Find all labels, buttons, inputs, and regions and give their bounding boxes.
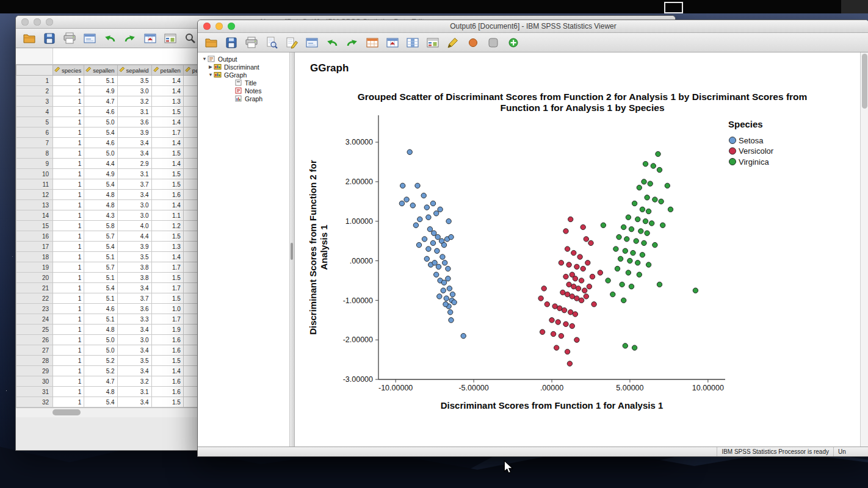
row-number[interactable]: 24: [16, 314, 53, 325]
vertical-scrollbar[interactable]: [860, 52, 868, 447]
data-cell[interactable]: 3.4: [117, 397, 151, 407]
data-cell[interactable]: 1.7: [151, 262, 183, 273]
row-number[interactable]: 32: [16, 397, 53, 407]
data-cell[interactable]: 1: [53, 190, 84, 200]
data-cell[interactable]: 3.4: [117, 190, 151, 200]
data-cell[interactable]: 1.1: [151, 210, 183, 221]
goto-case-icon[interactable]: [385, 36, 400, 49]
row-number[interactable]: 7: [16, 138, 53, 148]
data-cell[interactable]: 1.4: [151, 117, 183, 127]
data-cell[interactable]: 1.6: [151, 387, 183, 397]
data-cell[interactable]: 3.7: [117, 293, 151, 304]
goto-variables-icon[interactable]: [405, 36, 420, 49]
show-all-icon[interactable]: [506, 36, 521, 49]
data-cell[interactable]: 1: [53, 252, 84, 262]
scrollbar-thumb[interactable]: [52, 409, 81, 415]
row-number[interactable]: 28: [16, 356, 53, 366]
data-cell[interactable]: 3.5: [117, 76, 151, 86]
data-cell[interactable]: 1.5: [151, 148, 183, 159]
data-cell[interactable]: 5.2: [84, 366, 117, 376]
print-icon[interactable]: [244, 36, 259, 49]
data-cell[interactable]: 3.4: [117, 345, 151, 356]
scrollbar-thumb[interactable]: [862, 54, 867, 109]
designate-window-icon[interactable]: [486, 36, 501, 49]
pane-splitter[interactable]: [290, 52, 295, 447]
viewer-titlebar[interactable]: Output6 [Document6] - IBM SPSS Statistic…: [198, 20, 868, 33]
data-cell[interactable]: 1: [53, 221, 84, 231]
data-cell[interactable]: 1: [53, 387, 84, 397]
data-cell[interactable]: 4.6: [84, 304, 117, 314]
row-number[interactable]: 18: [16, 252, 53, 262]
data-cell[interactable]: 4.0: [117, 221, 151, 231]
data-cell[interactable]: 4.9: [84, 86, 117, 96]
data-cell[interactable]: 1: [53, 159, 84, 169]
data-cell[interactable]: 1: [53, 96, 84, 107]
data-cell[interactable]: 5.8: [84, 221, 117, 231]
undo-icon[interactable]: [103, 32, 117, 45]
undo-icon[interactable]: [325, 36, 339, 49]
select-last-output-icon[interactable]: [466, 36, 480, 49]
splitter-grip[interactable]: [291, 243, 293, 260]
data-cell[interactable]: 1.2: [151, 221, 183, 231]
recall-dialogs-icon[interactable]: [305, 36, 319, 49]
tree-closed-arrow-icon[interactable]: ▶: [208, 64, 214, 70]
column-header-petallen[interactable]: petallen: [151, 65, 183, 76]
row-number[interactable]: 11: [16, 179, 53, 190]
data-cell[interactable]: 1.6: [151, 376, 183, 387]
data-cell[interactable]: 5.4: [84, 397, 117, 407]
data-cell[interactable]: 1.4: [151, 86, 183, 96]
data-cell[interactable]: 3.0: [117, 200, 151, 210]
data-cell[interactable]: 1: [53, 86, 84, 96]
tree-item-graph[interactable]: Graph: [198, 95, 289, 102]
row-number[interactable]: 22: [16, 293, 53, 304]
tree-open-arrow-icon[interactable]: ▼: [201, 56, 208, 62]
data-cell[interactable]: 4.6: [84, 138, 117, 148]
data-cell[interactable]: 3.7: [117, 179, 151, 190]
data-cell[interactable]: 1: [53, 283, 84, 293]
row-number[interactable]: 3: [16, 96, 53, 107]
data-cell[interactable]: 3.6: [117, 304, 151, 314]
data-cell[interactable]: 3.0: [117, 210, 151, 221]
data-cell[interactable]: 1: [53, 76, 84, 86]
zoom-button[interactable]: [46, 18, 53, 26]
data-cell[interactable]: 1: [53, 169, 84, 179]
data-cell[interactable]: 5.0: [84, 335, 117, 345]
data-cell[interactable]: 1: [53, 397, 84, 407]
data-cell[interactable]: 4.8: [84, 325, 117, 335]
row-number[interactable]: 14: [16, 210, 53, 221]
row-number[interactable]: 20: [16, 273, 53, 283]
data-cell[interactable]: 1: [53, 293, 84, 304]
row-number[interactable]: 19: [16, 262, 53, 273]
tree-item-output[interactable]: ▼Output: [198, 55, 289, 63]
open-file-icon[interactable]: [22, 32, 37, 45]
data-cell[interactable]: 5.2: [84, 356, 117, 366]
data-cell[interactable]: 1: [53, 210, 84, 221]
data-cell[interactable]: 1.6: [151, 345, 183, 356]
column-header-sepalwid[interactable]: sepalwid: [117, 65, 151, 76]
row-number[interactable]: 8: [16, 148, 53, 159]
data-cell[interactable]: 1: [53, 345, 84, 356]
data-cell[interactable]: 5.1: [84, 293, 117, 304]
row-number[interactable]: 1: [16, 76, 53, 86]
row-number[interactable]: 12: [16, 190, 53, 200]
data-cell[interactable]: 1.5: [151, 107, 183, 117]
data-cell[interactable]: 4.8: [84, 200, 117, 210]
data-cell[interactable]: 2.9: [117, 159, 151, 169]
data-cell[interactable]: 1: [53, 376, 84, 387]
data-cell[interactable]: 4.8: [84, 387, 117, 397]
minimize-button[interactable]: [215, 23, 223, 30]
row-number[interactable]: 4: [16, 107, 53, 117]
data-cell[interactable]: 3.8: [117, 273, 151, 283]
data-cell[interactable]: 3.3: [117, 314, 151, 325]
data-cell[interactable]: 3.9: [117, 127, 151, 138]
close-button[interactable]: [21, 18, 29, 26]
data-cell[interactable]: 5.1: [84, 252, 117, 262]
data-cell[interactable]: 1.7: [151, 314, 183, 325]
data-cell[interactable]: 1: [53, 107, 84, 117]
output-content-pane[interactable]: GGraph Grouped Scatter of Discriminant S…: [295, 52, 868, 447]
row-number[interactable]: 10: [16, 169, 53, 179]
data-cell[interactable]: 1.4: [151, 366, 183, 376]
data-cell[interactable]: 1.3: [151, 96, 183, 107]
data-cell[interactable]: 1.0: [151, 304, 183, 314]
data-cell[interactable]: 1: [53, 148, 84, 159]
